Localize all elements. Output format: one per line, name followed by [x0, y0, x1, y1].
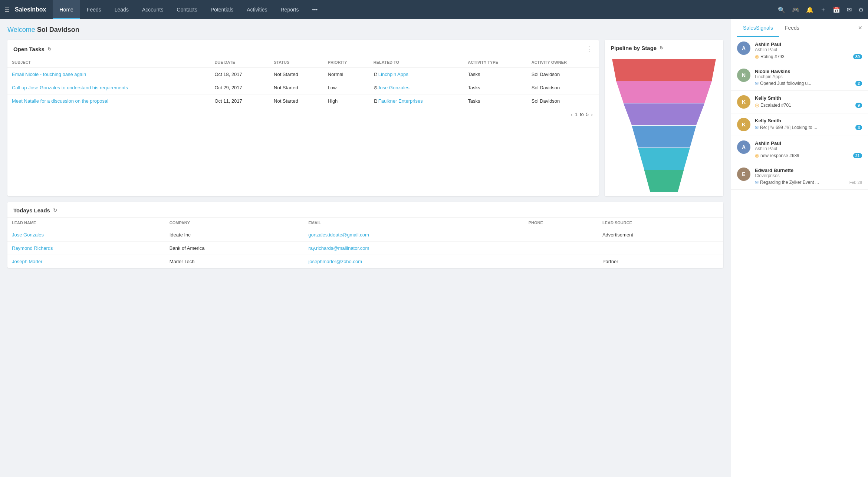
next-page-btn[interactable]: ›	[591, 111, 593, 117]
signal-row: ◎ new response #689 21	[755, 153, 862, 158]
lead-company: Ideate Inc	[165, 228, 304, 242]
signal-time: Feb 28	[849, 180, 862, 185]
pipeline-funnel	[605, 55, 723, 196]
leads-title: Todays Leads ↻	[13, 207, 57, 213]
funnel-stage	[632, 126, 696, 148]
signal-item[interactable]: A Ashlin Paul Ashlin Paul ◎ Rating #793 …	[731, 37, 868, 64]
signal-badge: 2	[855, 81, 862, 86]
pipeline-refresh-icon[interactable]: ↻	[660, 45, 664, 51]
lead-company: Marler Tech	[165, 255, 304, 268]
lead-name: Raymond Richards	[7, 242, 165, 255]
signal-detail: ◎ new response #689	[755, 153, 799, 158]
task-activity-type: Tasks	[463, 68, 527, 81]
nav-item-contacts[interactable]: Contacts	[170, 0, 204, 19]
tasks-table: Subject Due Date Status Priority Related…	[7, 57, 599, 107]
leads-table: Lead Name Company Email Phone Lead Sourc…	[7, 218, 723, 268]
signal-company: Cloverprises	[755, 173, 862, 178]
email-icon: ✉	[755, 81, 759, 86]
tasks-pagination: ‹ 1 to 5 ›	[7, 107, 599, 120]
welcome-message: Welcome Sol Davidson	[7, 26, 723, 34]
lead-source: Advertisement	[598, 228, 723, 242]
gamepad-icon[interactable]: 🎮	[792, 6, 799, 13]
avatar: A	[737, 140, 750, 154]
list-item: Joseph Marler Marler Tech josephmarler@z…	[7, 255, 723, 268]
signal-row: ✉ Regarding the Zylker Event ... Feb 28	[755, 180, 862, 185]
nav-item-leads[interactable]: Leads	[108, 0, 135, 19]
col-activity-type: Activity Type	[463, 57, 527, 68]
task-status: Not Started	[269, 68, 323, 81]
table-row: Call up Jose Gonzales to understand his …	[7, 81, 599, 95]
bell-icon[interactable]: 🔔	[806, 6, 813, 13]
avatar: E	[737, 168, 750, 181]
signal-content: Edward Burnette Cloverprises ✉ Regarding…	[755, 168, 862, 185]
pipeline-header: Pipeline by Stage ↻	[605, 40, 723, 55]
signal-detail: ✉ Opened Just following u...	[755, 81, 811, 86]
funnel-stage	[638, 148, 690, 170]
signal-content: Nicole Hawkins Linchpin Apps ✉ Opened Ju…	[755, 69, 862, 86]
lead-source: Partner	[598, 255, 723, 268]
close-panel-btn[interactable]: ×	[858, 24, 862, 32]
task-activity-type: Tasks	[463, 95, 527, 108]
signal-content: Kelly Smith ✉ Re: [## 699 ##] Looking to…	[755, 118, 862, 130]
task-due-date: Oct 11, 2017	[210, 95, 269, 108]
nav-item-activities[interactable]: Activities	[240, 0, 274, 19]
funnel-stage	[616, 81, 712, 103]
signals-panel-header: SalesSignals Feeds ×	[731, 19, 868, 37]
tasks-refresh-icon[interactable]: ↻	[47, 46, 52, 52]
pipeline-title-text: Pipeline by Stage	[611, 45, 657, 51]
task-priority: Normal	[323, 68, 369, 81]
leads-refresh-icon[interactable]: ↻	[53, 208, 57, 213]
lead-name: Joseph Marler	[7, 255, 165, 268]
signal-row: ✉ Opened Just following u... 2	[755, 81, 862, 86]
signal-badge: 3	[855, 125, 862, 130]
task-priority: High	[323, 95, 369, 108]
task-due-date: Oct 29, 2017	[210, 81, 269, 95]
signal-detail: ✉ Regarding the Zylker Event ...	[755, 180, 819, 185]
search-icon[interactable]: 🔍	[778, 6, 785, 13]
tasks-table-head: Subject Due Date Status Priority Related…	[7, 57, 599, 68]
tasks-more-icon[interactable]: ⋮	[586, 45, 593, 53]
content-area: Welcome Sol Davidson Open Tasks ↻ ⋮	[0, 19, 731, 477]
signal-item[interactable]: A Ashlin Paul Ashlin Paul ◎ new response…	[731, 136, 868, 163]
nav-item-accounts[interactable]: Accounts	[135, 0, 170, 19]
task-status: Not Started	[269, 95, 323, 108]
col-subject: Subject	[7, 57, 210, 68]
tab-feeds[interactable]: Feeds	[779, 19, 805, 37]
nav-item-potentials[interactable]: Potentials	[204, 0, 240, 19]
funnel-stage	[624, 103, 704, 125]
page-end: 5	[586, 112, 589, 117]
signal-item[interactable]: N Nicole Hawkins Linchpin Apps ✉ Opened …	[731, 64, 868, 91]
list-item: Raymond Richards Bank of America ray.ric…	[7, 242, 723, 255]
welcome-prefix: Welcome	[7, 26, 35, 33]
plus-icon[interactable]: ＋	[820, 6, 826, 14]
email-icon: ✉	[755, 125, 759, 130]
signal-detail: ✉ Re: [## 699 ##] Looking to ...	[755, 125, 817, 130]
nav-item-reports[interactable]: Reports	[274, 0, 305, 19]
leads-table-wrap: Lead Name Company Email Phone Lead Sourc…	[7, 218, 723, 268]
leads-col-name: Lead Name	[7, 218, 165, 228]
lead-phone	[524, 242, 598, 255]
nav-item-home[interactable]: Home	[53, 0, 80, 19]
leads-table-body: Jose Gonzales Ideate Inc gonzales.ideate…	[7, 228, 723, 268]
tab-salessignals[interactable]: SalesSignals	[737, 19, 779, 37]
nav-item-more[interactable]: •••	[306, 0, 325, 19]
calendar-icon[interactable]: 📅	[833, 6, 840, 13]
signal-item[interactable]: K Kelly Smith ✉ Re: [## 699 ##] Looking …	[731, 113, 868, 136]
signal-company: Ashlin Paul	[755, 146, 862, 151]
task-subject: Email Nicole - touching base again	[7, 68, 210, 81]
signals-panel: SalesSignals Feeds × A Ashlin Paul Ashli…	[731, 19, 868, 477]
signal-item[interactable]: K Kelly Smith ◎ Escalated #701 9	[731, 91, 868, 113]
todays-leads-card: Todays Leads ↻ Lead Name Company Email P…	[7, 202, 723, 268]
top-navigation: ☰ SalesInbox Home Feeds Leads Accounts C…	[0, 0, 868, 19]
prev-page-btn[interactable]: ‹	[571, 111, 573, 117]
signal-content: Ashlin Paul Ashlin Paul ◎ new response #…	[755, 140, 862, 158]
signal-name: Ashlin Paul	[755, 140, 862, 146]
menu-icon[interactable]: ☰	[4, 6, 10, 13]
nav-item-feeds[interactable]: Feeds	[80, 0, 108, 19]
leads-table-head: Lead Name Company Email Phone Lead Sourc…	[7, 218, 723, 228]
signal-item[interactable]: E Edward Burnette Cloverprises ✉ Regardi…	[731, 163, 868, 190]
email-icon[interactable]: ✉	[847, 6, 852, 13]
settings-icon[interactable]: ⚙	[858, 6, 864, 13]
signals-list: A Ashlin Paul Ashlin Paul ◎ Rating #793 …	[731, 37, 868, 477]
open-tasks-title: Open Tasks ↻	[13, 46, 52, 52]
